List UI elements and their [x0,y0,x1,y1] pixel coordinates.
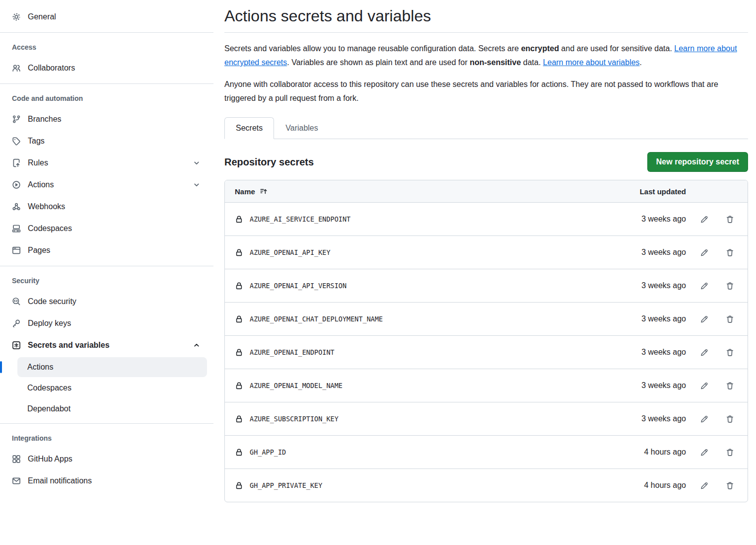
last-updated-value: 3 weeks ago [607,314,686,323]
rules-icon [12,158,21,167]
lock-icon [235,448,243,457]
delete-secret-button[interactable] [722,278,738,294]
sidebar-item-label: Actions [28,180,54,189]
sidebar-item-code-security[interactable]: Code security [0,291,213,312]
sidebar-item-rules[interactable]: Rules [0,152,213,174]
last-updated-value: 3 weeks ago [607,414,686,423]
apps-icon [12,455,21,464]
table-row: AZURE_OPENAI_API_VERSION 3 weeks ago [225,269,748,302]
delete-secret-button[interactable] [722,444,738,460]
table-row: GH_APP_PRIVATE_KEY 4 hours ago [225,468,748,502]
delete-secret-button[interactable] [722,411,738,427]
sidebar-divider [0,83,213,84]
delete-secret-button[interactable] [722,211,738,227]
delete-secret-button[interactable] [722,378,738,393]
sidebar-item-collaborators[interactable]: Collaborators [0,57,213,79]
last-updated-value: 4 hours ago [607,448,686,457]
lock-icon [235,215,243,224]
secrets-rows: AZURE_AI_SERVICE_ENDPOINT 3 weeks ago AZ… [225,202,748,502]
last-updated-value: 3 weeks ago [607,348,686,357]
name-column-sort[interactable]: Name [235,187,607,196]
asterisk-box-icon [12,341,21,350]
collaborator-note: Anyone with collaborator access to this … [224,78,748,105]
secret-name: AZURE_OPENAI_API_KEY [250,248,607,256]
secret-name: AZURE_OPENAI_ENDPOINT [250,348,607,356]
edit-secret-button[interactable] [696,477,712,493]
sidebar-divider [0,423,213,424]
new-repository-secret-button[interactable]: New repository secret [647,152,748,172]
secrets-table: Name Last updated AZURE_AI_SERVICE_ENDPO… [224,180,748,502]
edit-secret-button[interactable] [696,244,712,260]
sidebar-item-codespaces[interactable]: Codespaces [0,218,213,239]
settings-page: General Access Collaborators Code and au… [0,0,756,545]
sidebar-item-email-notifications[interactable]: Email notifications [0,470,213,492]
sidebar-section-integrations: Integrations [0,428,213,448]
settings-sidebar: General Access Collaborators Code and au… [0,0,213,545]
sidebar-item-actions[interactable]: Actions [0,174,213,196]
delete-secret-button[interactable] [722,311,738,327]
edit-secret-button[interactable] [696,278,712,294]
sidebar-item-label: Tags [28,137,45,146]
key-icon [12,319,21,328]
name-column-header: Name [235,187,255,196]
chevron-down-icon [193,159,201,167]
delete-secret-button[interactable] [722,477,738,493]
sidebar-subitem-actions[interactable]: Actions [17,357,207,377]
sidebar-item-deploy-keys[interactable]: Deploy keys [0,312,213,334]
table-row: GH_APP_ID 4 hours ago [225,435,748,468]
sidebar-divider [0,266,213,266]
sidebar-subitem-dependabot[interactable]: Dependabot [17,399,207,419]
sidebar-subitem-label: Codespaces [27,384,71,392]
sidebar-item-secrets-and-variables[interactable]: Secrets and variables [0,334,213,356]
title-divider [224,32,748,33]
secret-name: AZURE_OPENAI_API_VERSION [250,282,607,290]
tab-secrets[interactable]: Secrets [224,117,274,139]
secret-name: AZURE_OPENAI_CHAT_DEPLOYMENT_NAME [250,315,607,323]
tab-variables[interactable]: Variables [274,117,330,139]
lock-icon [235,315,243,323]
lock-icon [235,282,243,290]
sidebar-item-label: Deploy keys [28,319,71,328]
secret-name: GH_APP_PRIVATE_KEY [250,481,607,489]
edit-secret-button[interactable] [696,311,712,327]
delete-secret-button[interactable] [722,244,738,260]
sidebar-item-pages[interactable]: Pages [0,239,213,261]
delete-secret-button[interactable] [722,344,738,360]
sidebar-subitem-label: Actions [27,363,53,372]
repository-secrets-heading: Repository secrets [224,156,314,168]
people-icon [12,64,21,73]
edit-secret-button[interactable] [696,411,712,427]
webhook-icon [12,202,21,211]
edit-secret-button[interactable] [696,444,712,460]
sidebar-item-general[interactable]: General [0,6,213,28]
sidebar-item-github-apps[interactable]: GitHub Apps [0,448,213,470]
tag-icon [12,137,21,146]
table-row: AZURE_OPENAI_MODEL_NAME 3 weeks ago [225,369,748,402]
repository-secrets-header-row: Repository secrets New repository secret [224,152,748,172]
sidebar-item-branches[interactable]: Branches [0,108,213,130]
secret-name: AZURE_AI_SERVICE_ENDPOINT [250,215,607,223]
git-branch-icon [12,115,21,124]
chevron-down-icon [193,181,201,189]
sidebar-divider [0,32,213,33]
edit-secret-button[interactable] [696,378,712,393]
codespaces-icon [12,224,21,233]
sidebar-subitem-codespaces[interactable]: Codespaces [17,378,207,398]
sidebar-item-label: Webhooks [28,202,65,211]
lock-icon [235,348,243,357]
sidebar-item-webhooks[interactable]: Webhooks [0,196,213,218]
intro-text: . [640,58,642,67]
learn-more-variables-link[interactable]: Learn more about variables [543,58,640,67]
last-updated-value: 3 weeks ago [607,281,686,290]
sidebar-section-code-automation: Code and automation [0,88,213,108]
browser-icon [12,246,21,255]
edit-secret-button[interactable] [696,211,712,227]
sidebar-item-label: Codespaces [28,224,72,233]
intro-text: data. [521,58,543,67]
edit-secret-button[interactable] [696,344,712,360]
intro-paragraph: Secrets and variables allow you to manag… [224,42,748,70]
sidebar-item-label: Email notifications [28,476,92,485]
sidebar-item-tags[interactable]: Tags [0,130,213,152]
table-row: AZURE_OPENAI_API_KEY 3 weeks ago [225,235,748,269]
sidebar-section-access: Access [0,37,213,57]
